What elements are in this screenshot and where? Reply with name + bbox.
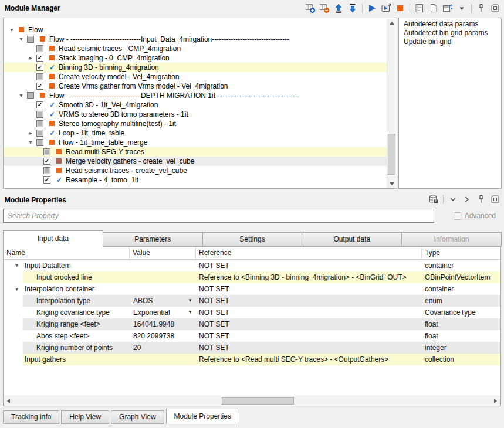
- expand-arrow-icon[interactable]: ▸: [27, 128, 34, 138]
- caret-down-button[interactable]: [455, 2, 468, 15]
- tree-item[interactable]: ▸✓Loop - 1it_time_table: [4, 128, 387, 138]
- run-button[interactable]: [366, 2, 378, 15]
- table-horizontal-scrollbar[interactable]: [4, 396, 500, 405]
- property-row[interactable]: ▾Interpolation containerNOT SETcontainer: [4, 283, 500, 295]
- module-checkbox[interactable]: ✓: [36, 101, 43, 108]
- log-view-button[interactable]: [413, 2, 426, 15]
- tree-item[interactable]: ▾Flow - 1it_time_table_merge: [4, 138, 387, 147]
- property-row[interactable]: Kriging range <feet>164041.9948NOT SETfl…: [4, 318, 500, 330]
- dropdown-arrow-icon[interactable]: ▼: [188, 307, 192, 318]
- tab-parameters[interactable]: Parameters: [103, 232, 203, 246]
- property-row[interactable]: Input gathersReference to <Read multi SE…: [4, 354, 500, 365]
- stop-button[interactable]: [394, 2, 407, 15]
- module-checkbox[interactable]: [36, 111, 43, 118]
- collapse-arrow-icon[interactable]: ▾: [18, 35, 25, 44]
- property-row[interactable]: ▾Input DataItemNOT SETcontainer: [4, 260, 500, 271]
- tab-input-data[interactable]: Input data: [3, 230, 103, 247]
- property-row[interactable]: Kriging covariance typeExponential▼NOT S…: [4, 307, 500, 318]
- tree-vertical-scrollbar[interactable]: [387, 19, 396, 188]
- paste-button[interactable]: [427, 2, 440, 15]
- column-header-name[interactable]: Name: [4, 247, 130, 259]
- bottom-tab-help-view[interactable]: Help View: [61, 410, 109, 424]
- remove-module-button[interactable]: [318, 2, 331, 15]
- column-header-value[interactable]: Value: [130, 247, 196, 259]
- scrollbar-thumb[interactable]: [388, 134, 395, 175]
- advanced-checkbox[interactable]: [454, 212, 461, 220]
- module-checkbox[interactable]: [36, 120, 43, 127]
- collapse-arrow-icon[interactable]: ▾: [18, 91, 25, 100]
- add-module-button[interactable]: [304, 2, 317, 15]
- property-value[interactable]: Exponential: [133, 307, 170, 318]
- tab-settings[interactable]: Settings: [202, 232, 303, 246]
- module-checkbox[interactable]: [43, 167, 50, 174]
- module-checkbox[interactable]: [43, 148, 50, 155]
- property-row[interactable]: Abos step <feet>820.2099738NOT SETfloat: [4, 330, 500, 342]
- property-row[interactable]: Kriging number of points20NOT SETinteger: [4, 342, 500, 354]
- tab-output-data[interactable]: Output data: [302, 232, 402, 246]
- action-list-item[interactable]: Update bin grid: [399, 38, 501, 46]
- tree-item[interactable]: ▾Flow - ------------------------------DE…: [4, 91, 387, 100]
- property-row[interactable]: Input crooked lineReference to <Binning …: [4, 271, 500, 283]
- tree-item[interactable]: ▾Flow: [4, 25, 387, 35]
- bottom-tab-graph-view[interactable]: Graph View: [111, 410, 164, 424]
- module-checkbox[interactable]: ✓: [43, 158, 50, 165]
- tree-item[interactable]: ✓✓Smooth 3D - 1it_Vel_4migration: [4, 100, 387, 110]
- bottom-tab-module-properties[interactable]: Module Properties: [166, 409, 239, 424]
- scroll-up-arrow[interactable]: [387, 19, 396, 27]
- tree-item[interactable]: ✓VRMS to stereo 3D tomo parameters - 1it: [4, 110, 387, 119]
- tree-item[interactable]: ✓Create Vrms gather from Vrms model - Ve…: [4, 81, 387, 91]
- float-window-button[interactable]: [489, 2, 502, 15]
- float-window-button[interactable]: [489, 193, 502, 206]
- module-checkbox[interactable]: ✓: [43, 176, 50, 184]
- value-cell[interactable]: ABOS▼: [130, 295, 196, 307]
- chevron-right-button[interactable]: [461, 193, 473, 206]
- module-checkbox[interactable]: [27, 36, 34, 43]
- chevron-down-button[interactable]: [447, 193, 459, 206]
- module-checkbox[interactable]: [27, 92, 34, 99]
- column-header-type[interactable]: Type: [422, 247, 500, 259]
- expand-arrow-icon[interactable]: ▸: [27, 53, 34, 63]
- tree-item[interactable]: ✓Merge velocity gathers - create_vel_cub…: [4, 157, 387, 166]
- property-row[interactable]: Interpolation typeABOS▼NOT SETenum: [4, 295, 500, 307]
- tree-item[interactable]: Create velocity model - Vel_4migration: [4, 72, 387, 81]
- action-list-item[interactable]: Autodetect bin grid params: [399, 29, 501, 38]
- search-input[interactable]: [3, 209, 434, 223]
- db-save-button[interactable]: [427, 193, 440, 206]
- collapse-arrow-icon[interactable]: ▾: [27, 138, 34, 147]
- collapse-arrow-icon[interactable]: ▾: [15, 260, 18, 271]
- module-checkbox[interactable]: ✓: [36, 83, 43, 90]
- scrollbar-thumb[interactable]: [222, 397, 294, 405]
- move-up-button[interactable]: [332, 2, 345, 15]
- run-selected-button[interactable]: [380, 2, 393, 15]
- module-checkbox[interactable]: ✓: [36, 55, 43, 62]
- module-checkbox[interactable]: [36, 73, 43, 80]
- collapse-arrow-icon[interactable]: ▾: [8, 25, 15, 35]
- property-value[interactable]: ABOS: [133, 295, 153, 307]
- tree-item[interactable]: ✓✓Resample - 4_tomo_1it: [4, 175, 387, 185]
- tree-item[interactable]: Read multi SEG-Y traces: [4, 147, 387, 157]
- bottom-tab-tracking-info[interactable]: Tracking info: [3, 410, 59, 424]
- dropdown-arrow-icon[interactable]: ▼: [188, 295, 192, 307]
- pin-button[interactable]: [475, 2, 488, 15]
- tree-item[interactable]: Stereo tomography multiline(test) - 1it: [4, 119, 387, 128]
- tree-item[interactable]: Read seismic traces - create_vel_cube: [4, 166, 387, 175]
- scroll-left-arrow[interactable]: [4, 396, 13, 405]
- module-checkbox[interactable]: [36, 45, 43, 52]
- value-cell[interactable]: Exponential▼: [130, 307, 196, 318]
- move-down-button[interactable]: [346, 2, 359, 15]
- tree-item[interactable]: ▸✓Stack imaging - 0_CMP_4migration: [4, 53, 387, 63]
- scroll-down-arrow[interactable]: [387, 179, 396, 188]
- tree-item[interactable]: ▾Flow - ------------------------------In…: [4, 35, 387, 44]
- tree-item[interactable]: Read seismic traces - CMP_4migration: [4, 44, 387, 53]
- module-checkbox[interactable]: [36, 139, 43, 146]
- new-window-button[interactable]: [441, 2, 454, 15]
- tree-item-label: Create velocity model - Vel_4migration: [59, 72, 179, 81]
- pin-button[interactable]: [475, 193, 488, 206]
- scroll-right-arrow[interactable]: [491, 396, 500, 405]
- collapse-arrow-icon[interactable]: ▾: [15, 283, 18, 295]
- tree-item[interactable]: ✓✓Binning 3D - binning_4migration: [4, 63, 387, 72]
- action-list-item[interactable]: Autodetect data params: [399, 20, 501, 29]
- module-checkbox[interactable]: ✓: [36, 64, 43, 71]
- module-checkbox[interactable]: [36, 130, 43, 137]
- column-header-reference[interactable]: Reference: [196, 247, 422, 259]
